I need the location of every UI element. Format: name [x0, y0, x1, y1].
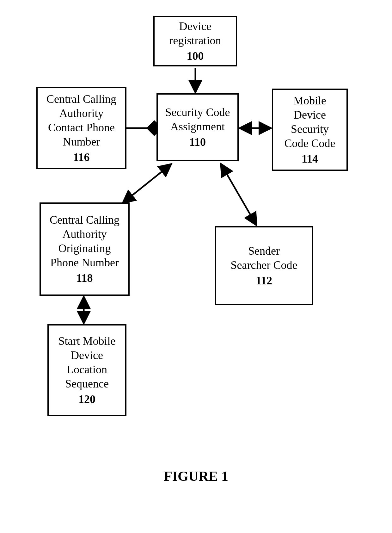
box-central-calling-authority-originating-phone-number: Central Calling Authority Originating Ph…: [40, 202, 130, 296]
diagram-canvas: Device registration 100 Security Code As…: [0, 0, 392, 533]
connector-110-118: [123, 164, 171, 202]
box-central-calling-authority-contact-phone-number: Central Calling Authority Contact Phone …: [36, 87, 126, 169]
box-sender-searcher-code: Sender Searcher Code 112: [215, 226, 313, 305]
box-ref: 120: [78, 392, 95, 406]
box-ref: 116: [73, 150, 89, 164]
figure-caption: FIGURE 1: [0, 468, 392, 484]
box-mobile-device-security-code: Mobile Device Security Code Code 114: [272, 89, 348, 171]
box-start-mobile-device-location-sequence: Start Mobile Device Location Sequence 12…: [47, 324, 126, 416]
box-label: Start Mobile Device Location Sequence: [58, 334, 116, 391]
connector-110-112: [221, 164, 256, 225]
box-label: Central Calling Authority Contact Phone …: [46, 92, 116, 149]
box-ref: 114: [302, 152, 318, 166]
box-security-code-assignment: Security Code Assignment 110: [156, 93, 239, 161]
box-label: Mobile Device Security Code Code: [285, 94, 335, 151]
box-device-registration: Device registration 100: [153, 16, 237, 66]
box-ref: 112: [256, 274, 272, 288]
box-ref: 100: [187, 49, 204, 63]
box-label: Security Code Assignment: [165, 105, 230, 134]
box-label: Central Calling Authority Originating Ph…: [50, 213, 119, 270]
box-label: Sender Searcher Code: [231, 244, 297, 272]
box-label: Device registration: [169, 19, 221, 48]
box-ref: 118: [76, 271, 93, 285]
box-ref: 110: [189, 135, 206, 149]
